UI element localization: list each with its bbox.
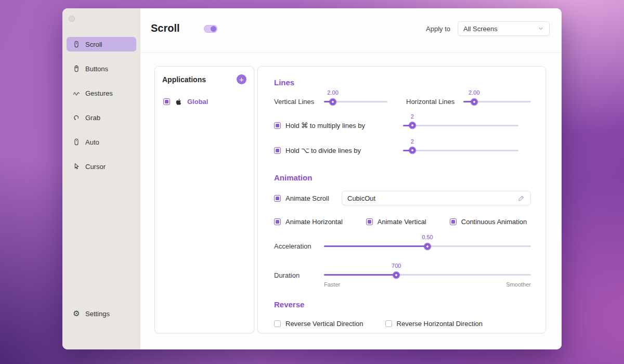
sidebar-item-buttons[interactable]: Buttons xyxy=(67,61,136,76)
divide-lines-row: Hold⌥to divide lines by 2 xyxy=(274,146,531,154)
apple-icon xyxy=(175,98,183,106)
reverse-horizontal-checkbox[interactable] xyxy=(385,320,392,327)
hold-option-label: Hold⌥to divide lines by xyxy=(285,146,361,154)
apply-to-group: Apply to All Screens xyxy=(426,21,550,36)
app-window: Scroll Buttons Gestures Grab xyxy=(62,8,562,349)
plus-icon: + xyxy=(239,74,244,84)
toggle-knob xyxy=(211,26,216,32)
animate-vertical-label: Animate Vertical xyxy=(378,218,426,226)
animate-horizontal-checkbox[interactable] xyxy=(274,218,281,225)
animate-vertical-option: Animate Vertical xyxy=(366,218,426,226)
continuous-animation-label: Continuous Animation xyxy=(461,218,527,226)
duration-row: Duration 700 Faster Smoother xyxy=(274,271,531,288)
apply-to-value: All Screens xyxy=(463,25,498,33)
slider-value: 2.00 xyxy=(469,89,479,96)
grab-icon xyxy=(72,113,81,122)
duration-hints: Faster Smoother xyxy=(324,281,531,288)
hold-option-checkbox[interactable] xyxy=(274,147,281,154)
slider-value: 700 xyxy=(392,263,401,269)
reverse-horizontal-option: Reverse Horizontal Direction xyxy=(385,320,483,328)
application-item-label: Global xyxy=(187,98,208,106)
add-application-button[interactable]: + xyxy=(237,74,246,84)
slider-thumb[interactable] xyxy=(330,98,336,105)
sidebar-nav: Scroll Buttons Gestures Grab xyxy=(67,37,136,174)
animate-scroll-checkbox[interactable] xyxy=(274,195,281,202)
slider-track[interactable] xyxy=(403,125,518,126)
slider-thumb[interactable] xyxy=(393,271,400,278)
continuous-animation-checkbox[interactable] xyxy=(450,218,457,225)
multiply-lines-slider[interactable]: 2 xyxy=(403,122,518,129)
gesture-icon xyxy=(72,89,81,97)
header-divider xyxy=(140,52,562,53)
duration-slider-wrap: 700 Faster Smoother xyxy=(324,271,531,288)
mouse-scroll-icon xyxy=(72,40,81,48)
gear-icon: ⚙ xyxy=(72,309,81,318)
animation-options-row: Animate Horizontal Animate Vertical Cont… xyxy=(274,218,531,226)
chevron-down-icon xyxy=(538,25,544,32)
scroll-enabled-toggle[interactable] xyxy=(204,25,217,33)
animate-scroll-label: Animate Scroll xyxy=(285,194,329,202)
label-text: to divide lines by xyxy=(311,147,361,154)
animate-horizontal-option: Animate Horizontal xyxy=(274,218,343,226)
edit-pencil-icon[interactable] xyxy=(518,194,525,202)
reverse-vertical-checkbox[interactable] xyxy=(274,320,281,327)
divide-lines-slider[interactable]: 2 xyxy=(403,147,518,154)
slider-value: 2 xyxy=(411,138,414,145)
sidebar-item-label: Settings xyxy=(85,310,110,318)
animate-scroll-row: Animate Scroll CubicOut xyxy=(274,191,531,205)
label-text: Hold xyxy=(285,122,300,129)
sidebar-item-label: Cursor xyxy=(85,163,106,171)
lines-section-heading: Lines xyxy=(274,78,531,87)
sidebar: Scroll Buttons Gestures Grab xyxy=(62,8,140,349)
animation-section-heading: Animation xyxy=(274,173,531,183)
slider-thumb[interactable] xyxy=(409,122,415,129)
sidebar-item-label: Auto xyxy=(85,138,99,146)
horizontal-lines-slider[interactable]: 2.00 xyxy=(463,98,531,105)
vertical-lines-label: Vertical Lines xyxy=(274,98,324,106)
duration-label: Duration xyxy=(274,271,324,279)
sidebar-item-label: Scroll xyxy=(85,41,102,48)
sidebar-item-gestures[interactable]: Gestures xyxy=(67,86,136,100)
animate-vertical-checkbox[interactable] xyxy=(366,218,373,225)
easing-input[interactable]: CubicOut xyxy=(342,191,531,205)
global-checkbox[interactable] xyxy=(163,98,170,105)
label-text: Hold xyxy=(285,147,300,154)
duration-min-hint: Faster xyxy=(324,281,340,288)
apply-to-dropdown[interactable]: All Screens xyxy=(458,21,550,36)
sidebar-item-label: Grab xyxy=(85,114,100,122)
sidebar-item-auto[interactable]: Auto xyxy=(67,135,136,149)
acceleration-slider[interactable]: 0.50 xyxy=(324,243,531,250)
sidebar-item-settings[interactable]: ⚙ Settings xyxy=(67,306,136,321)
duration-max-hint: Smoother xyxy=(506,281,531,288)
acceleration-row: Acceleration 0.50 xyxy=(274,242,531,250)
mouse-buttons-icon xyxy=(72,64,81,73)
animate-horizontal-label: Animate Horizontal xyxy=(285,218,343,226)
slider-fill xyxy=(324,245,427,247)
slider-thumb[interactable] xyxy=(424,243,431,250)
window-close-button[interactable] xyxy=(69,16,75,22)
slider-thumb[interactable] xyxy=(409,147,415,154)
reverse-vertical-label: Reverse Vertical Direction xyxy=(285,320,363,328)
label-text: to multiply lines by xyxy=(310,122,365,129)
sidebar-item-scroll[interactable]: Scroll xyxy=(67,37,136,51)
reverse-horizontal-label: Reverse Horizontal Direction xyxy=(397,320,483,328)
hold-cmd-checkbox[interactable] xyxy=(274,122,281,129)
sidebar-item-label: Gestures xyxy=(85,89,113,97)
sidebar-item-grab[interactable]: Grab xyxy=(67,110,136,125)
easing-value: CubicOut xyxy=(347,194,375,202)
acceleration-label: Acceleration xyxy=(274,242,324,250)
applications-panel: Applications + Global xyxy=(154,66,254,333)
slider-value: 2 xyxy=(411,113,414,120)
duration-slider[interactable]: 700 xyxy=(324,271,531,278)
mouse-auto-icon xyxy=(72,138,81,146)
continuous-animation-option: Continuous Animation xyxy=(450,218,527,226)
slider-track[interactable] xyxy=(403,150,518,151)
vertical-lines-slider[interactable]: 2.00 xyxy=(324,98,387,105)
sidebar-item-cursor[interactable]: Cursor xyxy=(67,159,136,174)
application-list-item-global[interactable]: Global xyxy=(162,98,246,106)
slider-thumb[interactable] xyxy=(471,98,477,105)
applications-title: Applications xyxy=(162,75,206,84)
slider-value: 2.00 xyxy=(327,89,338,96)
applications-header: Applications + xyxy=(162,74,246,84)
option-key-icon: ⌥ xyxy=(301,146,309,154)
